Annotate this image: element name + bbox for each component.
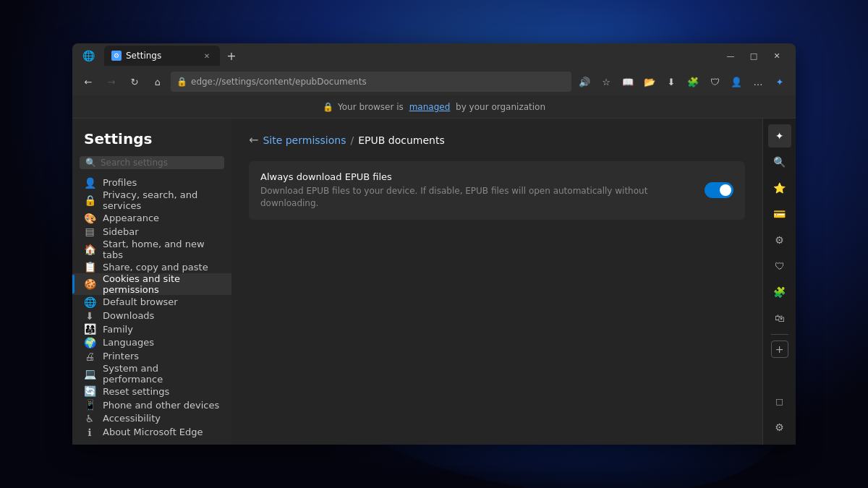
new-tab-button[interactable]: +	[221, 46, 242, 66]
cookies-label: Cookies and site permissions	[103, 273, 220, 295]
copilot-sidebar-icon[interactable]: ✦	[768, 124, 791, 147]
cookies-icon: 🍪	[84, 278, 95, 290]
breadcrumb-separator: /	[350, 134, 354, 146]
default-browser-label: Default browser	[103, 296, 178, 307]
profiles-icon: 👤	[84, 177, 95, 189]
settings-sidebar: Settings 🔍 Search settings 👤 Profiles 🔒 …	[72, 119, 231, 445]
sidebar-item-system[interactable]: 💻 System and performance	[72, 363, 231, 385]
sidebar-item-family[interactable]: 👨‍👩‍👧 Family	[72, 322, 231, 336]
share-icon: 📋	[84, 261, 95, 273]
system-icon: 💻	[84, 368, 95, 380]
home-button[interactable]: ⌂	[148, 72, 168, 92]
info-text-before: 🔒	[323, 102, 333, 112]
sidebar-item-sidebar[interactable]: ▤ Sidebar	[72, 225, 231, 239]
tab-close-button[interactable]: ✕	[201, 50, 213, 61]
sidebar-item-accessibility[interactable]: ♿ Accessibility	[72, 411, 231, 425]
sidebar-item-profiles[interactable]: 👤 Profiles	[72, 176, 231, 190]
share-label: Share, copy and paste	[103, 262, 208, 273]
setting-description: Download EPUB files to your device. If d…	[260, 185, 705, 210]
downloads-label: Downloads	[103, 310, 154, 321]
privacy-icon: 🔒	[84, 194, 95, 206]
sidebar-item-start[interactable]: 🏠 Start, home, and new tabs	[72, 239, 231, 260]
add-sidebar-item-button[interactable]: +	[771, 341, 788, 358]
about-label: About Microsoft Edge	[103, 427, 203, 437]
sidebar-item-appearance[interactable]: 🎨 Appearance	[72, 211, 231, 225]
profile-button[interactable]: 👤	[726, 72, 746, 92]
wallet-sidebar-icon[interactable]: 💳	[768, 202, 791, 226]
screen-reader-icon[interactable]: □	[768, 390, 791, 413]
search-icon: 🔍	[85, 158, 96, 168]
sidebar-item-downloads[interactable]: ⬇ Downloads	[72, 309, 231, 322]
appearance-icon: 🎨	[84, 213, 95, 224]
sidebar-item-reset[interactable]: 🔄 Reset settings	[72, 385, 231, 398]
sidebar-item-about[interactable]: ℹ About Microsoft Edge	[72, 425, 231, 439]
family-icon: 👨‍👩‍👧	[84, 323, 95, 335]
maximize-button[interactable]: □	[744, 46, 764, 66]
sidebar-item-share[interactable]: 📋 Share, copy and paste	[72, 260, 231, 274]
sidebar-item-cookies[interactable]: 🍪 Cookies and site permissions	[72, 273, 231, 295]
extensions-nav-button[interactable]: 🧩	[683, 72, 703, 92]
refresh-button[interactable]: ↻	[124, 72, 145, 92]
breadcrumb-link[interactable]: Site permissions	[263, 134, 346, 146]
search-sidebar-icon[interactable]: 🔍	[768, 150, 791, 174]
right-sidebar: ✦ 🔍 ⭐ 💳 ⚙ 🛡 🧩 🛍 + □ ⚙	[762, 119, 796, 445]
always-download-toggle[interactable]	[705, 182, 733, 198]
settings-gear-icon[interactable]: ⚙	[768, 416, 791, 439]
system-label: System and performance	[103, 363, 220, 385]
printers-label: Printers	[103, 351, 139, 361]
collections-button[interactable]: 📂	[639, 72, 660, 92]
read-aloud-button[interactable]: 🔊	[574, 72, 595, 92]
tab-favicon: ⚙	[111, 51, 122, 61]
shopping-sidebar-icon[interactable]: 🛍	[768, 307, 791, 330]
copilot-button[interactable]: ✦	[770, 72, 790, 92]
navigation-bar: ← → ↻ ⌂ 🔒 edge://settings/content/epubDo…	[72, 68, 796, 95]
reset-label: Reset settings	[103, 386, 169, 397]
default-browser-icon: 🌐	[84, 296, 95, 308]
breadcrumb-current: EPUB documents	[358, 134, 445, 146]
browser-essentials-button[interactable]: 🛡	[705, 72, 725, 92]
browser-window: 🌐 ⚙ Settings ✕ + — □ ✕ ← → ↻ ⌂ 🔒 edge://…	[72, 43, 796, 445]
edge-menu-icon[interactable]: 🌐	[78, 46, 98, 66]
tab-label: Settings	[126, 51, 161, 61]
content-area: Settings 🔍 Search settings 👤 Profiles 🔒 …	[72, 119, 796, 445]
close-button[interactable]: ✕	[767, 46, 787, 66]
sidebar-item-privacy[interactable]: 🔒 Privacy, search, and services	[72, 189, 231, 211]
window-controls: 🌐	[78, 46, 98, 66]
window-action-controls: — □ ✕	[720, 46, 787, 66]
essentials-sidebar-icon[interactable]: 🛡	[768, 254, 791, 278]
office-sidebar-icon[interactable]: ⚙	[768, 228, 791, 252]
downloads-icon: ⬇	[84, 310, 95, 322]
settings-tab[interactable]: ⚙ Settings ✕	[104, 46, 220, 66]
accessibility-icon: ♿	[84, 413, 95, 424]
url-text: edge://settings/content/epubDocuments	[191, 77, 367, 87]
start-icon: 🏠	[84, 244, 95, 255]
managed-link[interactable]: managed	[409, 102, 451, 112]
phone-icon: 📱	[84, 399, 95, 411]
sidebar-item-default-browser[interactable]: 🌐 Default browser	[72, 295, 231, 309]
profiles-label: Profiles	[103, 177, 137, 188]
appearance-label: Appearance	[103, 213, 159, 223]
start-label: Start, home, and new tabs	[103, 239, 220, 260]
about-icon: ℹ	[84, 427, 95, 438]
extensions-sidebar-icon[interactable]: 🧩	[768, 281, 791, 304]
family-label: Family	[103, 324, 133, 335]
more-actions-button[interactable]: …	[748, 72, 768, 92]
back-button[interactable]: ←	[78, 72, 98, 92]
sidebar-item-languages[interactable]: 🌍 Languages	[72, 336, 231, 350]
right-sidebar-divider	[771, 334, 788, 335]
search-settings-box[interactable]: 🔍 Search settings	[80, 156, 224, 169]
reading-view-button[interactable]: 📖	[618, 72, 638, 92]
favorites-button[interactable]: ☆	[596, 72, 616, 92]
breadcrumb-back-button[interactable]: ←	[249, 133, 258, 147]
sidebar-item-printers[interactable]: 🖨 Printers	[72, 349, 231, 363]
nav-action-buttons: 🔊 ☆ 📖 📂 ⬇ 🧩 🛡 👤 … ✦	[574, 72, 790, 92]
forward-button[interactable]: →	[101, 72, 122, 92]
title-bar: 🌐 ⚙ Settings ✕ + — □ ✕	[72, 43, 796, 68]
privacy-label: Privacy, search, and services	[103, 189, 220, 211]
minimize-button[interactable]: —	[720, 46, 741, 66]
printers-icon: 🖨	[84, 351, 95, 362]
address-bar[interactable]: 🔒 edge://settings/content/epubDocuments	[171, 72, 571, 92]
sidebar-item-phone[interactable]: 📱 Phone and other devices	[72, 398, 231, 412]
collections-sidebar-icon[interactable]: ⭐	[768, 176, 791, 200]
downloads-nav-button[interactable]: ⬇	[661, 72, 681, 92]
